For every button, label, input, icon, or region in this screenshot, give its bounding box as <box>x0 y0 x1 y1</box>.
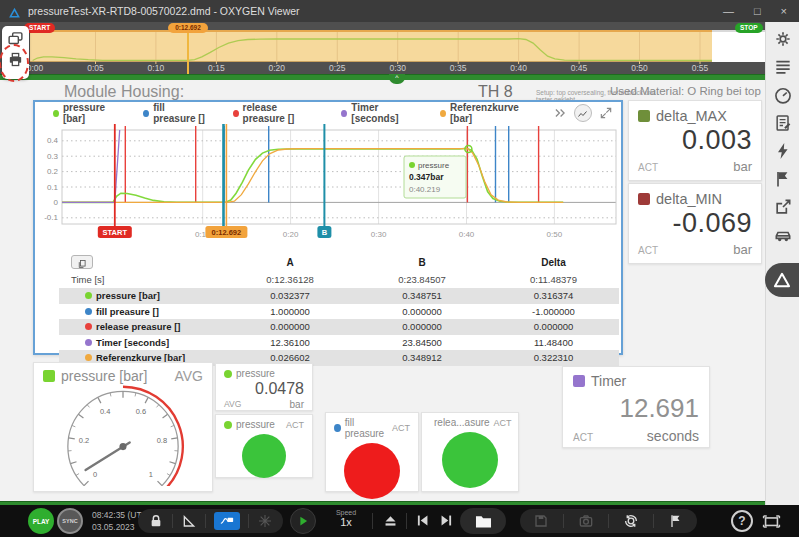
printer-icon[interactable] <box>7 51 24 68</box>
report-icon[interactable] <box>773 113 793 133</box>
vehicle-icon[interactable] <box>773 225 793 245</box>
axis-badge: B <box>317 226 331 238</box>
legend-item[interactable]: pressure [bar] <box>53 102 119 124</box>
cell-value: 0.000000 <box>224 321 356 332</box>
channel-swatch <box>85 308 92 315</box>
flag-icon[interactable] <box>668 513 684 529</box>
avg-unit: bar <box>290 399 304 410</box>
eject-icon[interactable] <box>382 512 399 529</box>
module-housing-value[interactable]: TH 8 <box>478 83 513 101</box>
table-row[interactable]: fill preasure []1.0000000.000000-1.00000… <box>59 304 619 320</box>
chart-toolbar <box>553 104 613 122</box>
instruments-icon[interactable] <box>773 85 793 105</box>
set-square-icon[interactable] <box>181 513 197 529</box>
cursor-tool-icon[interactable] <box>574 104 592 122</box>
legend-item[interactable]: release preasure [] <box>233 102 318 124</box>
legend-item[interactable]: fill preasure [] <box>143 102 208 124</box>
overview-progress-bar[interactable] <box>0 74 765 80</box>
save-icon[interactable] <box>533 513 549 529</box>
trigger-icon[interactable] <box>773 141 793 161</box>
row-label: Time [s] <box>59 274 224 285</box>
expand-icon[interactable] <box>599 106 613 120</box>
skip-to-start-icon[interactable] <box>414 512 431 529</box>
copy-table-button[interactable] <box>71 255 93 269</box>
timer-unit: seconds <box>647 428 699 444</box>
playback-play-button[interactable] <box>290 508 316 534</box>
screenshot-icon[interactable] <box>578 513 594 529</box>
speed-value: 1x <box>326 516 366 528</box>
cell-value: 0.000000 <box>488 321 619 332</box>
playhead-time-badge: 0:12.692 <box>168 23 208 33</box>
speed-control[interactable]: Speed 1x <box>326 509 366 528</box>
channel-list-icon[interactable] <box>773 57 793 77</box>
svg-text:START: START <box>103 228 128 237</box>
release-preasure-state-card[interactable]: relea...asure ACT <box>421 412 519 492</box>
legend-item[interactable]: Referenzkurve [bar] <box>440 102 529 124</box>
y-tick-label: 0.1 <box>47 183 59 192</box>
avg-value: 0.0478 <box>224 380 304 398</box>
screens-icon[interactable] <box>7 30 24 47</box>
state1-swatch <box>334 424 341 432</box>
legend-item[interactable]: Timer [seconds] <box>341 102 416 124</box>
recorder-chart[interactable]: 0:100:200:300:400:500.40.30.20.10-0.1STA… <box>36 124 622 250</box>
open-file-button[interactable] <box>460 508 506 534</box>
live-curve-icon <box>219 514 235 528</box>
legend-swatch <box>53 110 59 117</box>
module-housing-label: Module Housing: <box>64 83 184 101</box>
chevrons-icon[interactable] <box>553 106 567 120</box>
pressure-gauge-card[interactable]: pressure [bar] AVG 00.20.40.60.81 <box>33 362 213 492</box>
pressure-avg-card[interactable]: pressure 0.0478 AVG bar <box>215 363 313 411</box>
avg-swatch <box>224 370 232 378</box>
screen-layout-icon[interactable] <box>762 512 781 531</box>
sync-settings-icon[interactable] <box>623 513 639 529</box>
x-tick-label: 0:40 <box>459 230 475 239</box>
analog-gauge: 00.20.40.60.81 <box>42 382 204 486</box>
delta-min-value: -0.069 <box>638 208 752 239</box>
live-curve-button[interactable] <box>214 512 240 530</box>
window-title: pressureTest-XR-RTD8-00570022.dmd - OXYG… <box>28 5 300 17</box>
speed-label: Speed <box>326 509 366 516</box>
marker-flag-icon[interactable] <box>773 169 793 189</box>
overview-playhead-line[interactable] <box>187 29 189 74</box>
overview-tick-label: 0:40 <box>504 63 534 73</box>
minimize-button[interactable]: — <box>723 5 734 17</box>
recorder-panel[interactable]: pressure [bar]fill preasure []release pr… <box>33 100 623 355</box>
fill-preasure-state-card[interactable]: fill preasure ACT <box>325 412 419 492</box>
sync-button[interactable]: SYNC <box>57 508 83 534</box>
table-row[interactable]: Timer [seconds]12.3610023.8450011.48400 <box>59 335 619 351</box>
svg-text:0: 0 <box>93 470 97 479</box>
delta-min-swatch <box>638 193 650 205</box>
playbar: PLAY SYNC 08:42:35 (UTC+2) 03.05.2023 Sp… <box>0 505 799 537</box>
cursor-table: ABDeltaTime [s]0:12.361280:23.845070:11.… <box>59 254 619 366</box>
lock-icon[interactable] <box>148 513 164 529</box>
x-tick-label: 0:20 <box>283 230 299 239</box>
maximize-button[interactable]: □ <box>754 5 761 17</box>
state1-mode: ACT <box>392 423 410 433</box>
legend-swatch <box>440 110 446 117</box>
avg-title: pressure <box>236 368 275 379</box>
timer-card[interactable]: Timer 12.691 ACT seconds <box>562 366 710 448</box>
pressure-state-card[interactable]: pressure ACT <box>215 414 313 478</box>
overview-tick-label: 0:45 <box>564 63 594 73</box>
export-icon[interactable] <box>773 197 793 217</box>
gear-icon[interactable] <box>773 29 793 49</box>
oxygen-delta-icon <box>772 270 792 290</box>
freeze-icon[interactable] <box>257 513 273 529</box>
overview-tick-label: 0:20 <box>262 63 292 73</box>
material-note: Used Material: O Ring bei top <box>610 85 761 97</box>
table-row[interactable]: pressure [bar]0.0323770.3487510.316374 <box>59 288 619 304</box>
delta-max-card[interactable]: delta_MAX 0.003 ACT bar <box>628 100 762 181</box>
play-mode-button[interactable]: PLAY <box>28 508 54 534</box>
sidebar-tab[interactable] <box>765 263 799 297</box>
y-tick-label: 0.4 <box>47 136 59 145</box>
help-button[interactable]: ? <box>731 510 753 532</box>
overview-band[interactable] <box>30 30 712 62</box>
close-button[interactable]: × <box>781 5 787 17</box>
gauge-title: pressure [bar] <box>61 368 147 384</box>
cell-value: 0.000000 <box>356 321 488 332</box>
cell-value: 23.84500 <box>356 337 488 348</box>
table-row[interactable]: release preasure []0.0000000.0000000.000… <box>59 319 619 335</box>
skip-to-end-icon[interactable] <box>438 512 455 529</box>
overview-timeline[interactable]: START 0:12.692 STOP 0:000:050:100:150:20… <box>0 22 765 80</box>
delta-min-card[interactable]: delta_MIN -0.069 ACT bar <box>628 183 762 264</box>
